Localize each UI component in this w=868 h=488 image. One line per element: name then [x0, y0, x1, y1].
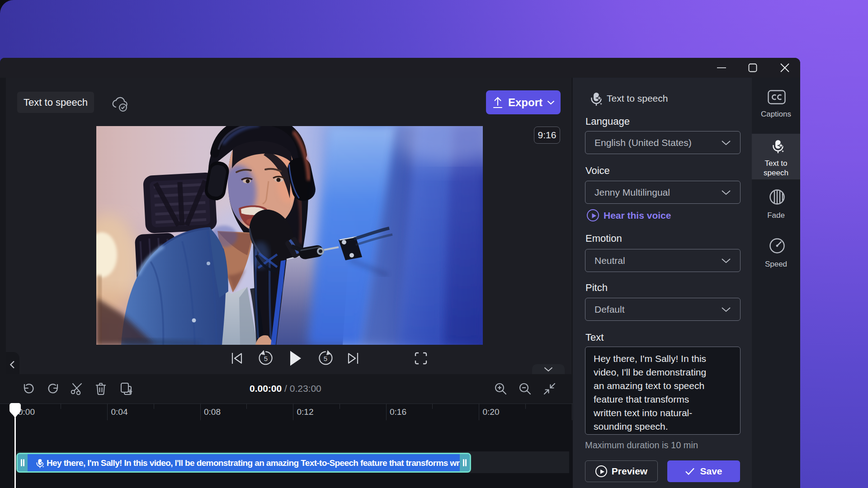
svg-text:5: 5: [324, 355, 327, 362]
svg-text:5: 5: [264, 355, 268, 362]
